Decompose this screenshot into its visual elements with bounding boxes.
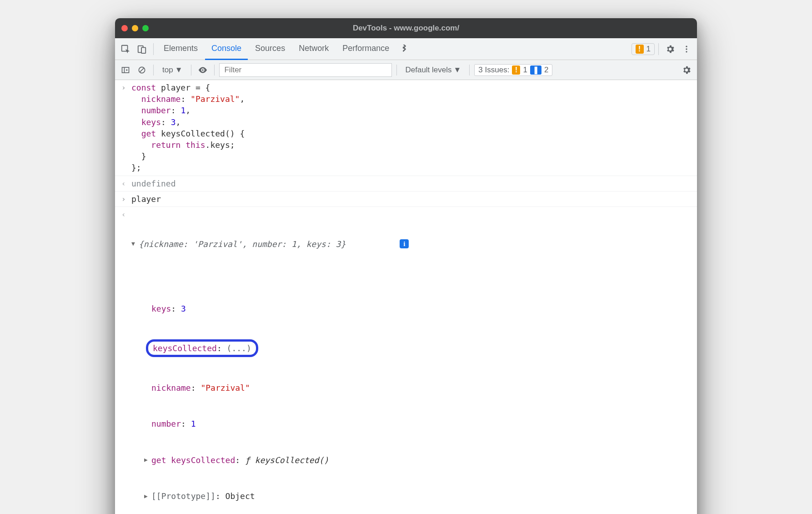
property: keys xyxy=(141,117,161,127)
svg-point-4 xyxy=(686,48,687,50)
console-settings-icon[interactable] xyxy=(680,63,693,77)
svg-point-10 xyxy=(202,69,204,71)
separator xyxy=(396,65,397,76)
property-name: nickname xyxy=(151,382,191,393)
disclosure-triangle-icon[interactable]: ▶ xyxy=(144,456,151,464)
console-input-row: › player xyxy=(115,191,697,207)
top-issue-badge[interactable]: ! 1 xyxy=(632,43,655,55)
svg-rect-2 xyxy=(141,47,145,53)
getter-placeholder[interactable]: (...) xyxy=(227,343,251,353)
code-text: player = { xyxy=(156,83,210,92)
svg-point-3 xyxy=(686,45,687,47)
sidebar-toggle-icon[interactable] xyxy=(119,63,132,77)
separator xyxy=(469,65,470,76)
highlight-annotation: keysCollected: (...) xyxy=(146,339,258,357)
separator xyxy=(658,43,659,55)
context-selector[interactable]: top ▼ xyxy=(158,64,186,76)
code-input[interactable]: player xyxy=(131,193,692,205)
tab-sources[interactable]: Sources xyxy=(249,38,291,60)
issues-label: 3 Issues: xyxy=(478,66,509,75)
console-input-row: › const player = { nickname: "Parzival",… xyxy=(115,80,697,176)
kebab-menu-icon[interactable] xyxy=(679,41,694,57)
inspect-element-icon[interactable] xyxy=(118,41,133,57)
clear-console-icon[interactable] xyxy=(135,63,149,77)
tab-performance[interactable]: Performance xyxy=(336,38,396,60)
tab-network[interactable]: Network xyxy=(292,38,335,60)
log-levels-selector[interactable]: Default levels ▼ xyxy=(401,66,465,75)
undefined-value: undefined xyxy=(131,179,176,188)
device-toolbar-icon[interactable] xyxy=(134,41,150,57)
property-name: keysCollected xyxy=(153,343,217,353)
main-tabbar: Elements Console Sources Network Perform… xyxy=(115,38,697,60)
code-text: .keys; xyxy=(206,140,235,150)
disclosure-triangle-icon[interactable]: ▶ xyxy=(144,492,151,500)
property-value: Object xyxy=(226,490,255,502)
minimize-window-button[interactable] xyxy=(132,25,138,31)
filter-input[interactable] xyxy=(219,63,392,77)
property-row[interactable]: nickname: "Parzival" xyxy=(144,381,692,394)
issues-button[interactable]: 3 Issues: ! 1 ❚ 2 xyxy=(474,64,552,76)
window-title: DevTools - www.google.com/ xyxy=(115,24,697,33)
disclosure-triangle-icon[interactable]: ▼ xyxy=(131,240,139,248)
tab-elements[interactable]: Elements xyxy=(157,38,204,60)
info-icon: ❚ xyxy=(530,66,541,75)
object-summary[interactable]: {nickname: 'Parzival', number: 1, keys: … xyxy=(139,238,346,250)
property-row[interactable]: ▶ [[Prototype]]: Object xyxy=(144,489,692,503)
input-marker-icon: › xyxy=(121,193,131,204)
output-marker-icon: ‹ xyxy=(121,178,131,189)
console-body: › const player = { nickname: "Parzival",… xyxy=(115,80,697,514)
separator xyxy=(214,65,215,76)
separator xyxy=(153,43,154,55)
tab-console[interactable]: Console xyxy=(205,38,248,60)
property-name: [[Prototype]] xyxy=(151,490,216,502)
property-row[interactable]: keys: 3 xyxy=(144,302,692,315)
property-name: get keysCollected xyxy=(151,454,235,466)
separator xyxy=(191,65,191,76)
property-value: 3 xyxy=(181,303,186,314)
code-text: }; xyxy=(131,163,141,172)
property-value: "Parzival" xyxy=(200,382,250,393)
top-issue-count: 1 xyxy=(647,45,651,54)
number-literal: 3 xyxy=(171,117,176,127)
property-name: keys xyxy=(151,303,171,314)
levels-label: Default levels xyxy=(405,66,451,75)
function-value: ƒ keysCollected() xyxy=(245,454,329,466)
live-expression-icon[interactable] xyxy=(196,63,210,77)
more-tabs-icon[interactable] xyxy=(396,41,412,57)
context-label: top xyxy=(162,66,173,75)
code-input[interactable]: const player = { nickname: "Parzival", n… xyxy=(131,82,692,174)
input-marker-icon: › xyxy=(121,82,131,93)
dropdown-icon: ▼ xyxy=(175,66,183,75)
output-marker-icon: ‹ xyxy=(121,209,131,220)
issues-info-count: 2 xyxy=(544,66,548,75)
keyword: const xyxy=(131,83,156,92)
console-output-row: ‹ ▼ {nickname: 'Parzival', number: 1, ke… xyxy=(115,207,697,514)
window-controls xyxy=(121,25,149,31)
warning-icon: ! xyxy=(512,66,520,75)
keyword: get xyxy=(141,129,156,138)
property-row[interactable]: number: 1 xyxy=(144,417,692,430)
object-output: ▼ {nickname: 'Parzival', number: 1, keys… xyxy=(131,209,692,514)
property: number xyxy=(141,106,171,115)
devtools-window: DevTools - www.google.com/ Elements Cons… xyxy=(115,18,697,514)
settings-icon[interactable] xyxy=(662,41,678,57)
property: nickname xyxy=(141,94,181,104)
number-literal: 1 xyxy=(180,106,185,115)
close-window-button[interactable] xyxy=(121,25,128,31)
code-text: } xyxy=(131,151,146,161)
zoom-window-button[interactable] xyxy=(142,25,149,31)
object-tree: keys: 3 keysCollected: (...) nickname: "… xyxy=(131,279,692,514)
string-literal: "Parzival" xyxy=(190,94,240,104)
dropdown-icon: ▼ xyxy=(454,66,461,75)
info-icon[interactable]: i xyxy=(400,239,409,248)
keyword: return xyxy=(151,140,180,150)
console-toolbar: top ▼ Default levels ▼ 3 Issues: ! 1 ❚ 2 xyxy=(115,60,697,80)
code-text: keysCollected() { xyxy=(156,129,245,138)
svg-point-5 xyxy=(686,51,687,52)
titlebar: DevTools - www.google.com/ xyxy=(115,18,697,38)
console-output-row: ‹ undefined xyxy=(115,176,697,191)
svg-line-9 xyxy=(140,68,144,71)
property-row-highlighted[interactable]: keysCollected: (...) xyxy=(144,338,692,358)
property-row[interactable]: ▶ get keysCollected: ƒ keysCollected() xyxy=(144,454,692,467)
issues-warn-count: 1 xyxy=(523,66,527,75)
